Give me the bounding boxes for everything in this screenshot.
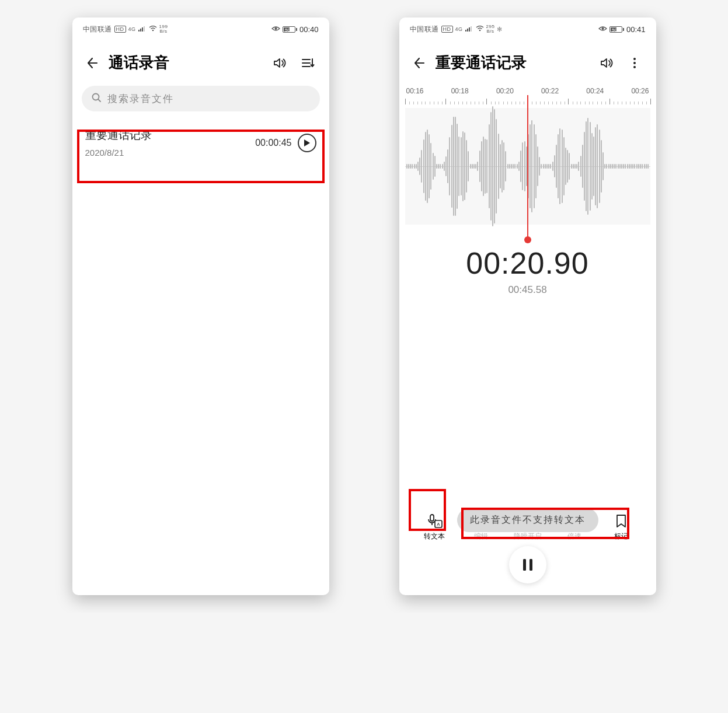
svg-rect-20 [430, 515, 434, 521]
svg-rect-13 [469, 27, 470, 32]
svg-point-4 [152, 30, 154, 32]
carrier-label: 中国联通 [410, 25, 439, 34]
eye-comfort-icon [598, 25, 607, 33]
search-icon [91, 92, 102, 105]
search-placeholder: 搜索录音文件 [107, 92, 174, 106]
search-input[interactable]: 搜索录音文件 [82, 86, 320, 111]
timeline-labels: 00:16 00:18 00:20 00:22 00:24 00:26 [405, 87, 650, 95]
mic-to-text-icon: A [424, 513, 445, 529]
svg-point-5 [274, 27, 277, 30]
tool-label: 倍速 [567, 532, 581, 541]
status-bar: 中国联通 HD 4G 295 B/s ✻ 50 [399, 18, 656, 36]
speaker-button[interactable] [270, 53, 290, 73]
status-bar: 中国联通 HD 4G 199 B/s 50 [72, 18, 329, 36]
left-screen: 中国联通 HD 4G 199 B/s 50 [72, 18, 329, 595]
eye-comfort-icon [271, 25, 280, 33]
net-speed: 199 B/s [159, 25, 168, 34]
playhead-cursor[interactable] [527, 95, 528, 239]
waveform[interactable] [405, 108, 650, 225]
right-screen: 中国联通 HD 4G 295 B/s ✻ 50 [399, 18, 656, 595]
wifi-icon [149, 26, 157, 33]
hd-badge: HD [441, 26, 453, 33]
sort-list-button[interactable] [298, 53, 318, 73]
svg-point-16 [601, 27, 604, 30]
battery-icon: 50 [609, 26, 624, 33]
tool-bookmark[interactable]: 标记 [603, 513, 639, 541]
svg-rect-14 [471, 26, 472, 32]
carrier-label: 中国联通 [83, 25, 112, 34]
svg-point-19 [633, 66, 636, 68]
hd-badge: HD [114, 26, 126, 33]
signal-bars-icon [465, 26, 473, 33]
network-label: 4G [455, 26, 463, 32]
svg-point-15 [479, 30, 480, 32]
titlebar: 重要通话记录 [399, 36, 656, 80]
clock: 00:40 [299, 25, 319, 34]
tool-label: 标记 [614, 532, 628, 541]
recording-title: 重要通话记录 [85, 128, 256, 143]
recording-date: 2020/8/21 [85, 148, 256, 158]
flower-icon: ✻ [497, 26, 503, 33]
page-title: 重要通话记录 [436, 53, 588, 73]
back-button[interactable] [411, 55, 427, 71]
toast-message: 此录音文件不支持转文本 [457, 508, 598, 532]
svg-rect-27 [523, 559, 526, 571]
timeline[interactable]: 00:16 00:18 00:20 00:22 00:24 00:26 [399, 80, 656, 225]
wifi-icon [476, 26, 484, 33]
svg-point-17 [633, 58, 636, 60]
back-button[interactable] [84, 55, 100, 71]
titlebar: 通话录音 [72, 36, 329, 80]
svg-rect-3 [144, 26, 145, 32]
svg-rect-11 [465, 30, 466, 32]
page-title: 通话录音 [109, 53, 262, 73]
tool-label: 编辑 [474, 532, 488, 541]
svg-rect-2 [142, 27, 143, 32]
battery-icon: 50 [283, 26, 297, 33]
tool-to-text[interactable]: A 转文本 [416, 513, 452, 541]
svg-rect-0 [138, 30, 140, 32]
svg-rect-1 [140, 29, 141, 32]
current-time: 00:20.90 [399, 246, 656, 281]
signal-bars-icon [138, 26, 147, 33]
svg-text:A: A [437, 522, 440, 527]
pause-button[interactable] [509, 546, 546, 583]
play-button[interactable] [298, 134, 316, 152]
speaker-button[interactable] [597, 53, 616, 73]
recording-duration: 00:00:45 [255, 138, 291, 148]
bookmark-icon [611, 513, 632, 529]
svg-rect-28 [530, 559, 532, 571]
recording-item[interactable]: 重要通话记录 2020/8/21 00:00:45 [77, 120, 325, 168]
net-speed: 295 B/s [486, 25, 495, 34]
tool-label: 降噪开启 [514, 532, 542, 541]
total-time: 00:45.58 [399, 284, 656, 296]
svg-rect-12 [467, 29, 468, 32]
network-label: 4G [128, 26, 136, 32]
svg-line-10 [98, 99, 100, 102]
more-menu-button[interactable] [625, 53, 645, 73]
svg-point-18 [633, 62, 636, 64]
clock: 00:41 [626, 25, 646, 34]
tool-label: 转文本 [424, 532, 445, 541]
